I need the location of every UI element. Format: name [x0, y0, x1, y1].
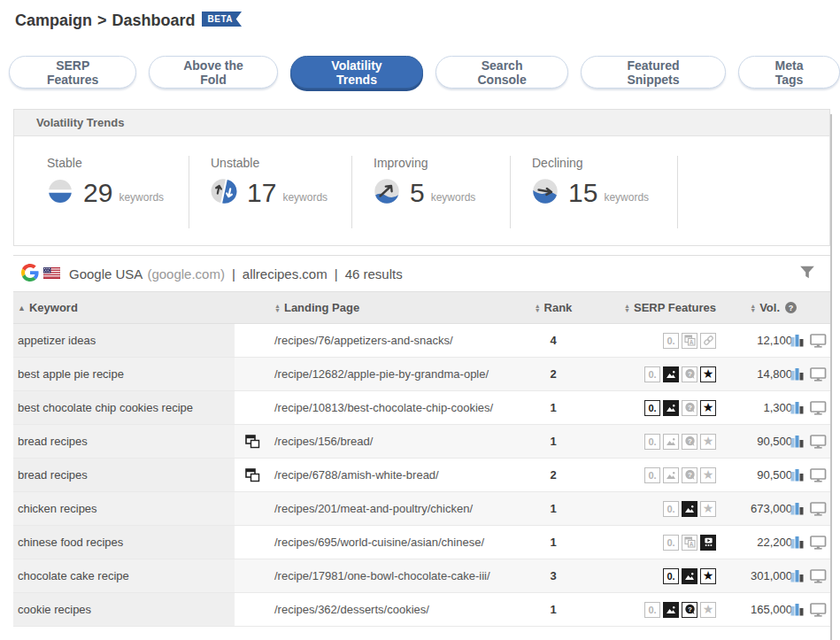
rank-history-chart-icon[interactable] — [790, 435, 805, 448]
landing-page-cell: /recipes/362/desserts/cookies/ — [270, 593, 522, 626]
serp-preview-monitor-icon[interactable] — [810, 435, 827, 449]
svg-text:?: ? — [688, 370, 692, 378]
volume-cell: 301,000 — [721, 559, 792, 592]
serp-feature-image-pack-icon — [663, 366, 679, 382]
us-flag-icon — [43, 266, 60, 281]
serp-preview-monitor-icon[interactable] — [810, 603, 827, 617]
column-label: SERP Features — [634, 301, 716, 314]
volume-cell: 14,800 — [721, 358, 792, 390]
page-title: Campaign>DashboardBETA — [0, 0, 840, 30]
table-row: chocolate cake recipe/recipe/17981/one-b… — [13, 559, 830, 593]
stat-improving: Improving5keywords — [352, 156, 511, 228]
star-glyph: ★ — [703, 569, 714, 582]
serp-feature-reviews-icon: ★ — [700, 602, 716, 618]
row-actions-cell — [792, 492, 830, 525]
serp-feature-ads-icon: A — [682, 535, 697, 551]
stat-label: Improving — [374, 156, 510, 170]
serp-feature-position-zero-icon: 0. — [663, 333, 679, 349]
multiple-pages-icon[interactable] — [245, 435, 260, 449]
stat-value: 17 — [247, 178, 276, 208]
keyword-cell: chicken recipes — [13, 492, 235, 525]
rank-cell: 2 — [522, 358, 584, 390]
page-icon-cell — [235, 559, 270, 592]
help-icon[interactable]: ? — [785, 302, 797, 313]
serp-feature-position-zero-icon: 0. — [644, 602, 660, 618]
serp-feature-related-questions-icon: ? — [682, 400, 697, 416]
serp-preview-monitor-icon[interactable] — [810, 569, 827, 583]
tab-serp-features[interactable]: SERP Features — [9, 56, 136, 89]
serp-preview-monitor-icon[interactable] — [810, 536, 827, 550]
volume-cell: 673,000 — [721, 492, 792, 525]
serp-preview-monitor-icon[interactable] — [810, 502, 827, 516]
rank-cell: 1 — [522, 492, 584, 525]
multiple-pages-icon[interactable] — [245, 468, 260, 482]
tab-meta-tags[interactable]: Meta Tags — [738, 56, 840, 89]
serp-features-cell: 0.A — [584, 526, 721, 559]
keyword-cell: best apple pie recipe — [13, 358, 235, 390]
rank-history-chart-icon[interactable] — [790, 367, 805, 381]
row-actions-cell — [792, 358, 830, 390]
serp-feature-reviews-icon: ★ — [700, 568, 716, 584]
serp-preview-monitor-icon[interactable] — [810, 334, 827, 348]
serp-feature-reviews-icon: ★ — [700, 366, 716, 382]
rank-history-chart-icon[interactable] — [790, 401, 805, 414]
stat-value-row: 29keywords — [47, 178, 189, 208]
rank-history-chart-icon[interactable] — [790, 603, 805, 616]
filter-icon[interactable] — [797, 263, 818, 284]
column-header-rank[interactable]: ▲▼Rank — [522, 301, 584, 314]
breadcrumb-separator: > — [97, 12, 107, 29]
column-header-serp-features[interactable]: ▲▼SERP Features — [584, 301, 721, 314]
page-icon-cell — [235, 593, 270, 626]
row-actions-cell — [792, 559, 830, 592]
column-label: Vol. — [759, 301, 780, 314]
improving-icon — [374, 178, 400, 208]
serp-features-cell: 0.?★ — [584, 358, 721, 390]
rank-history-chart-icon[interactable] — [790, 468, 805, 482]
serp-feature-reviews-icon: ★ — [700, 501, 716, 517]
rank-history-chart-icon[interactable] — [790, 502, 805, 515]
separator: | — [335, 266, 338, 281]
serp-feature-reviews-icon: ★ — [700, 434, 716, 450]
panel-right-edge — [830, 114, 832, 640]
landing-page-cell: /recipe/6788/amish-white-bread/ — [270, 459, 522, 491]
serp-feature-related-questions-icon: ? — [682, 434, 697, 450]
tab-above-the-fold[interactable]: Above the Fold — [149, 56, 277, 89]
serp-feature-position-zero-icon: 0. — [644, 434, 660, 450]
column-header-landing-page[interactable]: ▲▼Landing Page — [270, 301, 522, 314]
column-header-keyword[interactable]: ▲Keyword — [13, 301, 270, 314]
tab-search-console[interactable]: Search Console — [435, 56, 568, 89]
stat-label: Stable — [47, 156, 189, 170]
page-icon-cell — [235, 358, 270, 390]
serp-preview-monitor-icon[interactable] — [810, 367, 827, 382]
serp-preview-monitor-icon[interactable] — [810, 401, 827, 415]
landing-page-cell: /recipes/201/meat-and-poultry/chicken/ — [270, 492, 522, 525]
rank-history-chart-icon[interactable] — [790, 536, 805, 549]
table-row: cookie recipes/recipes/362/desserts/cook… — [13, 593, 830, 627]
landing-page-cell: /recipes/156/bread/ — [270, 425, 522, 458]
tab-volatility-trends[interactable]: Volatility Trends — [290, 56, 424, 89]
rank-cell: 1 — [522, 526, 584, 559]
stat-unit: keywords — [604, 191, 649, 204]
results-table-container: Google USA (google.com) | allrecipes.com… — [13, 255, 830, 627]
serp-feature-position-zero-icon: 0. — [644, 366, 660, 382]
rank-history-chart-icon[interactable] — [790, 334, 805, 347]
page-icon-cell — [235, 391, 270, 424]
search-engine-domain: (google.com) — [147, 266, 225, 281]
stat-label: Unstable — [211, 156, 351, 170]
star-glyph: ★ — [703, 435, 714, 447]
svg-text:?: ? — [688, 437, 692, 445]
serp-feature-position-zero-icon: 0. — [644, 400, 660, 416]
column-header-vol-[interactable]: ▲▼Vol.? — [721, 301, 797, 314]
volume-cell: 90,500 — [721, 425, 792, 458]
rank-cell: 4 — [522, 324, 584, 357]
sort-icon: ▲▼ — [750, 304, 756, 312]
stat-unit: keywords — [119, 191, 164, 204]
tab-featured-snippets[interactable]: Featured Snippets — [581, 56, 726, 89]
results-count: 46 results — [345, 266, 403, 281]
stat-unit: keywords — [282, 191, 328, 204]
volume-cell: 90,500 — [721, 459, 792, 491]
serp-preview-monitor-icon[interactable] — [810, 468, 827, 482]
rank-history-chart-icon[interactable] — [790, 569, 805, 582]
serp-feature-reviews-icon: ★ — [700, 400, 716, 416]
svg-text:A: A — [689, 541, 693, 547]
